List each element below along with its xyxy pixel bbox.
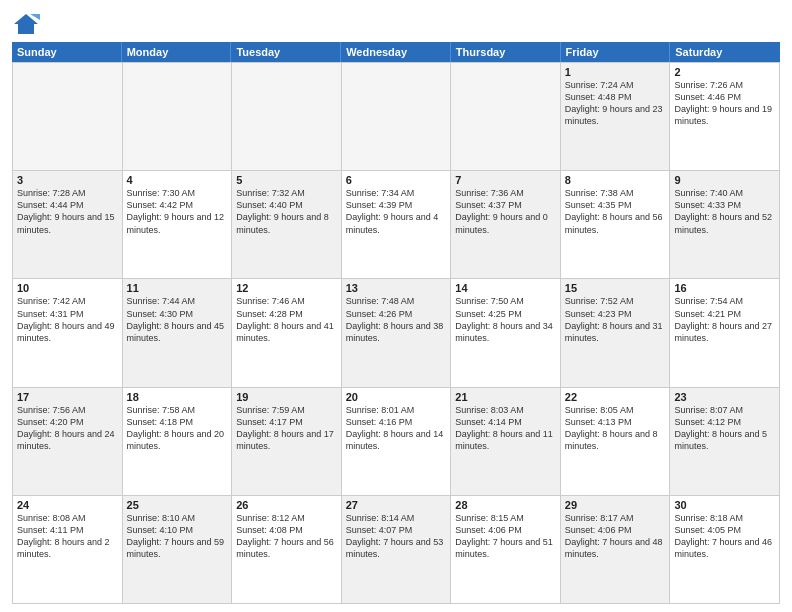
day-info: Sunrise: 7:36 AM Sunset: 4:37 PM Dayligh… (455, 187, 556, 236)
calendar-row-1: 3Sunrise: 7:28 AM Sunset: 4:44 PM Daylig… (13, 171, 780, 279)
day-info: Sunrise: 7:42 AM Sunset: 4:31 PM Dayligh… (17, 295, 118, 344)
empty-cell-0-1 (123, 63, 233, 171)
day-cell-13: 13Sunrise: 7:48 AM Sunset: 4:26 PM Dayli… (342, 279, 452, 387)
day-info: Sunrise: 8:18 AM Sunset: 4:05 PM Dayligh… (674, 512, 775, 561)
day-info: Sunrise: 7:56 AM Sunset: 4:20 PM Dayligh… (17, 404, 118, 453)
day-info: Sunrise: 8:12 AM Sunset: 4:08 PM Dayligh… (236, 512, 337, 561)
day-number: 27 (346, 499, 447, 511)
day-number: 7 (455, 174, 556, 186)
calendar-row-3: 17Sunrise: 7:56 AM Sunset: 4:20 PM Dayli… (13, 388, 780, 496)
day-cell-1: 1Sunrise: 7:24 AM Sunset: 4:48 PM Daylig… (561, 63, 671, 171)
day-info: Sunrise: 7:44 AM Sunset: 4:30 PM Dayligh… (127, 295, 228, 344)
header (12, 10, 780, 38)
day-cell-15: 15Sunrise: 7:52 AM Sunset: 4:23 PM Dayli… (561, 279, 671, 387)
day-info: Sunrise: 7:54 AM Sunset: 4:21 PM Dayligh… (674, 295, 775, 344)
header-day-monday: Monday (122, 42, 232, 62)
day-cell-30: 30Sunrise: 8:18 AM Sunset: 4:05 PM Dayli… (670, 496, 780, 604)
day-number: 15 (565, 282, 666, 294)
day-info: Sunrise: 7:34 AM Sunset: 4:39 PM Dayligh… (346, 187, 447, 236)
day-info: Sunrise: 7:38 AM Sunset: 4:35 PM Dayligh… (565, 187, 666, 236)
day-cell-8: 8Sunrise: 7:38 AM Sunset: 4:35 PM Daylig… (561, 171, 671, 279)
day-info: Sunrise: 7:30 AM Sunset: 4:42 PM Dayligh… (127, 187, 228, 236)
day-info: Sunrise: 7:24 AM Sunset: 4:48 PM Dayligh… (565, 79, 666, 128)
header-day-friday: Friday (561, 42, 671, 62)
day-number: 24 (17, 499, 118, 511)
day-info: Sunrise: 8:14 AM Sunset: 4:07 PM Dayligh… (346, 512, 447, 561)
day-cell-22: 22Sunrise: 8:05 AM Sunset: 4:13 PM Dayli… (561, 388, 671, 496)
header-day-wednesday: Wednesday (341, 42, 451, 62)
day-cell-10: 10Sunrise: 7:42 AM Sunset: 4:31 PM Dayli… (13, 279, 123, 387)
day-cell-12: 12Sunrise: 7:46 AM Sunset: 4:28 PM Dayli… (232, 279, 342, 387)
day-cell-11: 11Sunrise: 7:44 AM Sunset: 4:30 PM Dayli… (123, 279, 233, 387)
day-cell-14: 14Sunrise: 7:50 AM Sunset: 4:25 PM Dayli… (451, 279, 561, 387)
day-number: 9 (674, 174, 775, 186)
day-cell-26: 26Sunrise: 8:12 AM Sunset: 4:08 PM Dayli… (232, 496, 342, 604)
day-cell-7: 7Sunrise: 7:36 AM Sunset: 4:37 PM Daylig… (451, 171, 561, 279)
day-number: 18 (127, 391, 228, 403)
day-cell-21: 21Sunrise: 8:03 AM Sunset: 4:14 PM Dayli… (451, 388, 561, 496)
day-number: 17 (17, 391, 118, 403)
logo-icon (12, 10, 40, 38)
header-day-saturday: Saturday (670, 42, 780, 62)
calendar-row-2: 10Sunrise: 7:42 AM Sunset: 4:31 PM Dayli… (13, 279, 780, 387)
calendar: SundayMondayTuesdayWednesdayThursdayFrid… (12, 42, 780, 604)
day-number: 8 (565, 174, 666, 186)
day-info: Sunrise: 7:46 AM Sunset: 4:28 PM Dayligh… (236, 295, 337, 344)
day-number: 13 (346, 282, 447, 294)
day-cell-19: 19Sunrise: 7:59 AM Sunset: 4:17 PM Dayli… (232, 388, 342, 496)
day-number: 29 (565, 499, 666, 511)
day-number: 21 (455, 391, 556, 403)
day-info: Sunrise: 8:15 AM Sunset: 4:06 PM Dayligh… (455, 512, 556, 561)
header-day-tuesday: Tuesday (231, 42, 341, 62)
day-cell-28: 28Sunrise: 8:15 AM Sunset: 4:06 PM Dayli… (451, 496, 561, 604)
day-cell-3: 3Sunrise: 7:28 AM Sunset: 4:44 PM Daylig… (13, 171, 123, 279)
header-day-thursday: Thursday (451, 42, 561, 62)
day-info: Sunrise: 7:32 AM Sunset: 4:40 PM Dayligh… (236, 187, 337, 236)
day-cell-18: 18Sunrise: 7:58 AM Sunset: 4:18 PM Dayli… (123, 388, 233, 496)
day-info: Sunrise: 8:07 AM Sunset: 4:12 PM Dayligh… (674, 404, 775, 453)
day-number: 3 (17, 174, 118, 186)
day-number: 12 (236, 282, 337, 294)
day-info: Sunrise: 8:17 AM Sunset: 4:06 PM Dayligh… (565, 512, 666, 561)
day-info: Sunrise: 8:08 AM Sunset: 4:11 PM Dayligh… (17, 512, 118, 561)
header-day-sunday: Sunday (12, 42, 122, 62)
day-info: Sunrise: 7:26 AM Sunset: 4:46 PM Dayligh… (674, 79, 775, 128)
day-info: Sunrise: 7:52 AM Sunset: 4:23 PM Dayligh… (565, 295, 666, 344)
logo (12, 10, 44, 38)
day-cell-23: 23Sunrise: 8:07 AM Sunset: 4:12 PM Dayli… (670, 388, 780, 496)
day-cell-16: 16Sunrise: 7:54 AM Sunset: 4:21 PM Dayli… (670, 279, 780, 387)
day-info: Sunrise: 8:10 AM Sunset: 4:10 PM Dayligh… (127, 512, 228, 561)
day-number: 22 (565, 391, 666, 403)
day-cell-5: 5Sunrise: 7:32 AM Sunset: 4:40 PM Daylig… (232, 171, 342, 279)
day-cell-2: 2Sunrise: 7:26 AM Sunset: 4:46 PM Daylig… (670, 63, 780, 171)
calendar-header: SundayMondayTuesdayWednesdayThursdayFrid… (12, 42, 780, 62)
day-number: 23 (674, 391, 775, 403)
day-info: Sunrise: 8:05 AM Sunset: 4:13 PM Dayligh… (565, 404, 666, 453)
day-number: 28 (455, 499, 556, 511)
calendar-row-0: 1Sunrise: 7:24 AM Sunset: 4:48 PM Daylig… (13, 63, 780, 171)
day-number: 11 (127, 282, 228, 294)
day-cell-17: 17Sunrise: 7:56 AM Sunset: 4:20 PM Dayli… (13, 388, 123, 496)
day-cell-24: 24Sunrise: 8:08 AM Sunset: 4:11 PM Dayli… (13, 496, 123, 604)
day-info: Sunrise: 7:40 AM Sunset: 4:33 PM Dayligh… (674, 187, 775, 236)
page: SundayMondayTuesdayWednesdayThursdayFrid… (0, 0, 792, 612)
calendar-body: 1Sunrise: 7:24 AM Sunset: 4:48 PM Daylig… (12, 62, 780, 604)
day-info: Sunrise: 7:59 AM Sunset: 4:17 PM Dayligh… (236, 404, 337, 453)
day-cell-20: 20Sunrise: 8:01 AM Sunset: 4:16 PM Dayli… (342, 388, 452, 496)
day-info: Sunrise: 7:58 AM Sunset: 4:18 PM Dayligh… (127, 404, 228, 453)
day-info: Sunrise: 8:03 AM Sunset: 4:14 PM Dayligh… (455, 404, 556, 453)
calendar-row-4: 24Sunrise: 8:08 AM Sunset: 4:11 PM Dayli… (13, 496, 780, 604)
day-number: 20 (346, 391, 447, 403)
day-number: 1 (565, 66, 666, 78)
day-number: 4 (127, 174, 228, 186)
day-info: Sunrise: 7:48 AM Sunset: 4:26 PM Dayligh… (346, 295, 447, 344)
empty-cell-0-2 (232, 63, 342, 171)
day-number: 30 (674, 499, 775, 511)
day-number: 26 (236, 499, 337, 511)
day-number: 25 (127, 499, 228, 511)
day-number: 10 (17, 282, 118, 294)
day-number: 16 (674, 282, 775, 294)
empty-cell-0-3 (342, 63, 452, 171)
day-info: Sunrise: 7:50 AM Sunset: 4:25 PM Dayligh… (455, 295, 556, 344)
day-info: Sunrise: 8:01 AM Sunset: 4:16 PM Dayligh… (346, 404, 447, 453)
